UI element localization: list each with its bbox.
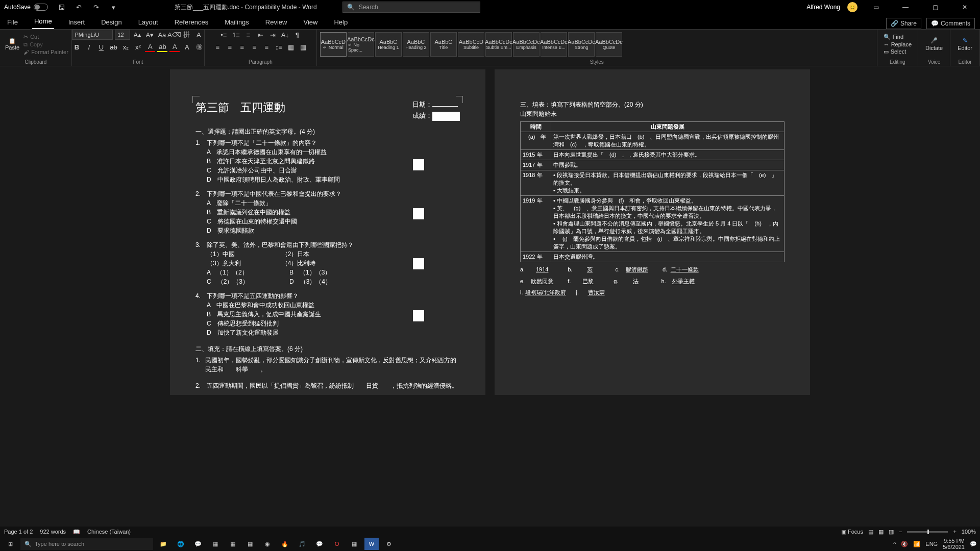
whatsapp-icon[interactable]: 💬 — [312, 538, 327, 550]
replace-button[interactable]: ↔Replace — [884, 41, 912, 47]
dictate-button[interactable]: 🎤 Dictate — [921, 35, 947, 53]
shading-icon[interactable]: ▦ — [286, 42, 296, 52]
app-icon[interactable]: ▦ — [243, 538, 257, 550]
tab-home[interactable]: Home — [32, 14, 54, 29]
document-area[interactable]: 第三節 五四運動 日期： 成績： 一、選擇題：請圈出正確的英文字母。(4 分) … — [0, 66, 980, 537]
read-mode-icon[interactable]: ▤ — [868, 529, 873, 535]
italic-icon[interactable]: I — [84, 42, 94, 52]
style-item[interactable]: AaBbCcDcStrong — [568, 32, 595, 57]
tab-mailings[interactable]: Mailings — [223, 15, 251, 29]
grow-font-icon[interactable]: A▴ — [132, 30, 142, 40]
opera-icon[interactable]: O — [330, 538, 344, 550]
volume-icon[interactable]: 🔇 — [901, 541, 908, 547]
font-size-input[interactable] — [115, 30, 130, 40]
style-item[interactable]: AaBbCcD↵ Normal — [320, 32, 347, 57]
undo-icon[interactable]: ↶ — [74, 2, 84, 12]
autosave-toggle[interactable]: AutoSave — [4, 4, 48, 11]
word-icon[interactable]: W — [364, 538, 379, 550]
bold-icon[interactable]: B — [71, 42, 82, 52]
wifi-icon[interactable]: 📶 — [913, 541, 920, 547]
subscript-icon[interactable]: x₂ — [120, 42, 131, 52]
cut-button[interactable]: ✂Cut — [23, 34, 68, 40]
font-color2-icon[interactable]: A — [169, 42, 180, 52]
char-shading-icon[interactable]: A — [182, 42, 192, 52]
discord-icon[interactable]: 💬 — [191, 538, 205, 550]
user-name[interactable]: Alfred Wong — [806, 4, 840, 11]
zoom-slider[interactable] — [907, 531, 948, 533]
avatar[interactable]: 😊 — [847, 2, 857, 12]
zoom-out-icon[interactable]: − — [899, 529, 902, 535]
tab-file[interactable]: File — [5, 15, 20, 29]
justify-icon[interactable]: ≡ — [249, 42, 259, 52]
style-item[interactable]: AaBbCcDcIntense E... — [541, 32, 567, 57]
language[interactable]: Chinese (Taiwan) — [87, 529, 131, 535]
comments-button[interactable]: 💬 Comments — [926, 18, 975, 29]
bullets-icon[interactable]: •≡ — [218, 30, 229, 40]
line-spacing-icon[interactable]: ↕≡ — [274, 42, 284, 52]
itunes-icon[interactable]: 🎵 — [295, 538, 309, 550]
find-button[interactable]: 🔍Find — [884, 34, 912, 40]
redo-icon[interactable]: ↷ — [91, 2, 101, 12]
close-icon[interactable]: ✕ — [953, 0, 976, 14]
start-button[interactable]: ⊞ — [3, 538, 17, 550]
chrome-icon[interactable]: 🌐 — [174, 538, 188, 550]
style-item[interactable]: AaBbCcDc↵ No Spac... — [348, 32, 374, 57]
dec-indent-icon[interactable]: ⇤ — [255, 30, 265, 40]
underline-icon[interactable]: U — [96, 42, 106, 52]
tab-references[interactable]: References — [173, 15, 210, 29]
taskbar-search[interactable]: 🔍 Type here to search — [20, 538, 153, 550]
obs-icon[interactable]: ◉ — [260, 538, 275, 550]
style-item[interactable]: AaBbCcDcQuote — [596, 32, 622, 57]
ime-indicator[interactable]: ENG — [925, 541, 938, 547]
tab-review[interactable]: Review — [263, 15, 289, 29]
char-border-icon[interactable]: A — [193, 30, 204, 40]
zoom-level[interactable]: 100% — [962, 529, 976, 535]
proofing-icon[interactable]: 📖 — [73, 529, 80, 535]
phonetic-icon[interactable]: 拼 — [181, 30, 191, 40]
strike-icon[interactable]: ab — [108, 42, 118, 52]
minimize-icon[interactable]: — — [894, 0, 917, 14]
focus-button[interactable]: ▣ Focus — [841, 529, 863, 535]
save-icon[interactable]: 🖫 — [56, 2, 66, 12]
print-layout-icon[interactable]: ▦ — [878, 529, 884, 535]
show-marks-icon[interactable]: ¶ — [292, 30, 302, 40]
format-painter-button[interactable]: 🖌Format Painter — [23, 49, 68, 55]
style-item[interactable]: AaBbCTitle — [430, 32, 457, 57]
word-count[interactable]: 922 words — [40, 529, 66, 535]
style-item[interactable]: AaBbCcDcEmphasis — [513, 32, 540, 57]
shrink-font-icon[interactable]: A▾ — [144, 30, 155, 40]
settings-icon[interactable]: ⚙ — [382, 538, 396, 550]
maximize-icon[interactable]: ▢ — [924, 0, 946, 14]
paste-button[interactable]: 📋 Paste — [3, 37, 21, 52]
select-button[interactable]: ▭Select — [884, 48, 912, 55]
numbering-icon[interactable]: 1≡ — [231, 30, 241, 40]
tab-layout[interactable]: Layout — [136, 15, 160, 29]
explorer-icon[interactable]: 📁 — [156, 538, 170, 550]
tab-view[interactable]: View — [301, 15, 320, 29]
app-icon[interactable]: ▦ — [347, 538, 361, 550]
inc-indent-icon[interactable]: ⇥ — [267, 30, 278, 40]
tab-help[interactable]: Help — [332, 15, 350, 29]
app-icon[interactable]: ▦ — [226, 538, 240, 550]
clear-format-icon[interactable]: A⌫ — [169, 30, 179, 40]
tray-chevron-icon[interactable]: ^ — [893, 541, 896, 547]
page-count[interactable]: Page 1 of 2 — [4, 529, 33, 535]
minecraft-icon[interactable]: ▦ — [208, 538, 223, 550]
clock[interactable]: 9:55 PM 5/6/2021 — [943, 538, 965, 550]
style-item[interactable]: AaBbCHeading 2 — [403, 32, 429, 57]
highlight-icon[interactable]: ab — [157, 42, 167, 52]
notifications-icon[interactable]: 💬 — [970, 541, 977, 547]
align-center-icon[interactable]: ≡ — [225, 42, 235, 52]
tab-design[interactable]: Design — [99, 15, 124, 29]
qat-more-icon[interactable]: ▾ — [108, 2, 118, 12]
multilevel-icon[interactable]: ≡ — [243, 30, 253, 40]
font-color-icon[interactable]: A — [145, 42, 155, 52]
style-item[interactable]: AaBbCcDSubtitle — [458, 32, 484, 57]
style-item[interactable]: AaBbCcDcSubtle Em... — [485, 32, 512, 57]
search-input[interactable]: 🔍 Search — [342, 2, 480, 13]
superscript-icon[interactable]: x² — [133, 42, 143, 52]
enclose-icon[interactable]: ㊝ — [194, 42, 204, 52]
distribute-icon[interactable]: ≡ — [261, 42, 272, 52]
ribbon-display-icon[interactable]: ▭ — [865, 0, 887, 14]
styles-gallery[interactable]: AaBbCcD↵ NormalAaBbCcDc↵ No Spac...AaBbC… — [320, 32, 622, 57]
